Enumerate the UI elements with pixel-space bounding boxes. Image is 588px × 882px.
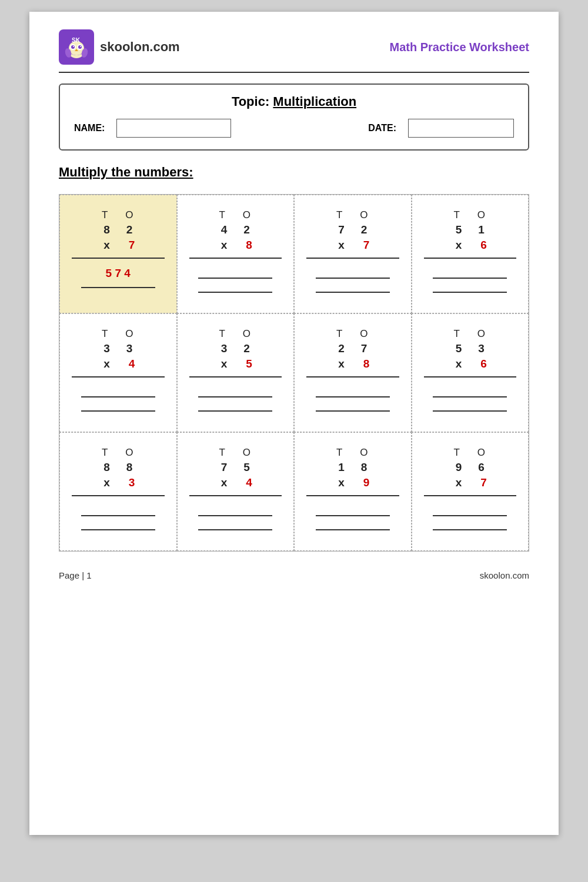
- logo-text: skoolon.com: [100, 39, 180, 55]
- problem-cell-6: TO27x8: [294, 313, 412, 432]
- o-label-3: O: [477, 209, 486, 221]
- logo-area: SK skoolon.com: [59, 29, 180, 65]
- x-symbol-8: x: [103, 476, 110, 489]
- x-symbol-7: x: [456, 358, 462, 370]
- digits-row-6: 27: [338, 342, 367, 355]
- multiplier-val-2: 7: [363, 239, 370, 252]
- multiplier-row-9: x4: [219, 476, 252, 489]
- blank-line-1-1: [198, 278, 272, 279]
- multiplier-row-4: x4: [101, 358, 135, 370]
- problem-cell-10: TO18x9: [294, 432, 412, 551]
- divider-line-5: [189, 376, 282, 377]
- topic-value: Multiplication: [273, 94, 356, 109]
- svg-point-10: [73, 46, 74, 47]
- o-label-1: O: [243, 209, 252, 221]
- ones-11: 6: [478, 461, 485, 474]
- blank-line-1-3: [433, 278, 507, 279]
- tens-2: 7: [338, 223, 345, 236]
- t-label-10: T: [336, 447, 343, 459]
- blank-line-2-4: [81, 410, 155, 412]
- multiplier-row-2: x7: [336, 239, 369, 252]
- problem-cell-7: TO53x6: [412, 313, 529, 432]
- blank-line-1-4: [81, 396, 155, 397]
- tens-1: 4: [221, 223, 228, 236]
- o-label-2: O: [360, 209, 369, 221]
- digits-row-2: 72: [338, 223, 367, 236]
- footer: Page | 1 skoolon.com: [59, 570, 529, 580]
- tens-3: 5: [456, 223, 462, 236]
- to-header-10: TO: [336, 447, 369, 459]
- multiplier-val-7: 6: [480, 358, 487, 370]
- t-label-4: T: [102, 328, 109, 340]
- o-label-8: O: [125, 447, 134, 459]
- to-header-0: TO: [102, 209, 135, 221]
- x-symbol-5: x: [221, 358, 228, 370]
- header-divider: [59, 72, 529, 73]
- o-label-7: O: [477, 328, 486, 340]
- svg-text:SK: SK: [72, 37, 81, 44]
- o-label-0: O: [125, 209, 134, 221]
- multiplier-row-8: x3: [101, 476, 135, 489]
- to-header-9: TO: [219, 447, 252, 459]
- date-input-box[interactable]: [408, 119, 514, 138]
- blank-line-2-5: [198, 410, 272, 412]
- problem-cell-11: TO96x7: [412, 432, 529, 551]
- t-label-5: T: [219, 328, 226, 340]
- answer-row-0: 5 7 4: [106, 267, 131, 280]
- svg-point-8: [71, 45, 75, 49]
- x-symbol-11: x: [456, 476, 462, 489]
- topic-label: Topic:: [232, 94, 269, 109]
- ones-4: 3: [126, 342, 133, 355]
- t-label-11: T: [453, 447, 460, 459]
- blank-line-1-10: [316, 515, 390, 516]
- multiplier-row-6: x8: [336, 358, 369, 370]
- blank-line-2-3: [433, 292, 507, 293]
- ones-7: 3: [478, 342, 485, 355]
- divider-line-7: [424, 376, 517, 377]
- svg-point-9: [78, 45, 82, 49]
- blank-line-2-6: [316, 410, 390, 412]
- t-label-6: T: [336, 328, 343, 340]
- answer-underline-0: [81, 287, 155, 288]
- section-heading: Multiply the numbers:: [59, 165, 529, 180]
- blank-line-2-2: [316, 292, 390, 293]
- t-label-3: T: [453, 209, 460, 221]
- name-input-box[interactable]: [116, 119, 231, 138]
- multiplier-row-10: x9: [336, 476, 369, 489]
- ones-10: 8: [361, 461, 368, 474]
- digits-row-3: 51: [456, 223, 485, 236]
- date-label: DATE:: [368, 123, 396, 133]
- ones-5: 2: [243, 342, 250, 355]
- problems-grid: TO82x75 7 4TO42x8TO72x7TO51x6TO33x4TO32x…: [59, 194, 529, 552]
- blank-line-1-5: [198, 396, 272, 397]
- owl-logo-icon: SK: [59, 29, 94, 65]
- o-label-9: O: [243, 447, 252, 459]
- problem-cell-0: TO82x75 7 4: [59, 195, 177, 313]
- svg-point-11: [80, 46, 81, 47]
- divider-line-8: [72, 495, 165, 496]
- digits-row-0: 82: [103, 223, 132, 236]
- blank-line-2-9: [198, 529, 272, 530]
- blank-line-2-1: [198, 292, 272, 293]
- multiplier-row-11: x7: [453, 476, 487, 489]
- t-label-9: T: [219, 447, 226, 459]
- page-number: Page | 1: [59, 570, 92, 580]
- multiplier-val-3: 6: [480, 239, 487, 252]
- tens-5: 3: [221, 342, 228, 355]
- to-header-11: TO: [453, 447, 486, 459]
- x-symbol-0: x: [103, 239, 110, 252]
- tens-8: 8: [103, 461, 110, 474]
- blank-line-2-10: [316, 529, 390, 530]
- multiplier-val-0: 7: [129, 239, 135, 252]
- divider-line-6: [306, 376, 399, 377]
- divider-line-3: [424, 258, 517, 259]
- blank-line-2-7: [433, 410, 507, 412]
- ones-9: 5: [243, 461, 250, 474]
- to-header-1: TO: [219, 209, 252, 221]
- x-symbol-9: x: [221, 476, 228, 489]
- worksheet-title: Math Practice Worksheet: [390, 41, 530, 54]
- to-header-5: TO: [219, 328, 252, 340]
- ones-1: 2: [243, 223, 250, 236]
- multiplier-val-11: 7: [480, 476, 487, 489]
- multiplier-val-9: 4: [246, 476, 252, 489]
